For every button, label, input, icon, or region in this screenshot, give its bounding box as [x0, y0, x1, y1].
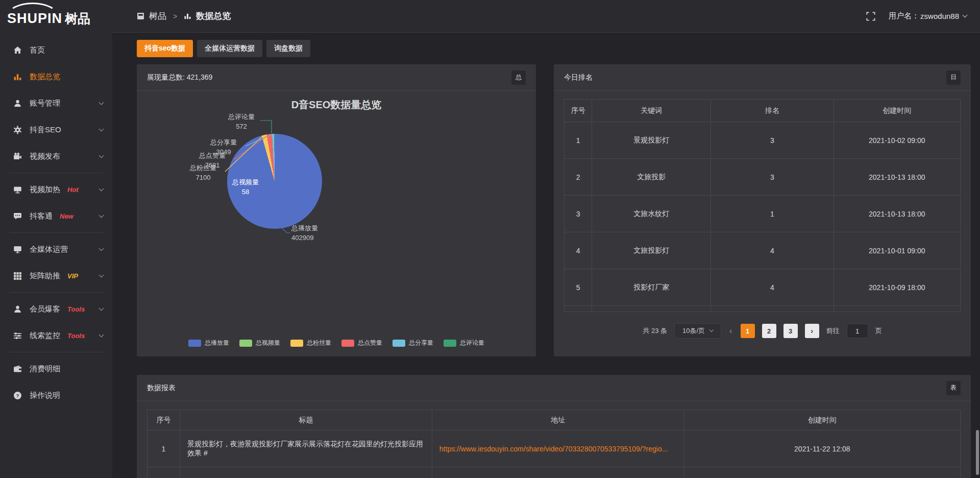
hot-badge: Hot [67, 186, 79, 194]
screen-icon [13, 245, 22, 254]
column-header: 创建时间 [834, 100, 960, 122]
breadcrumb-current[interactable]: 数据总览 [196, 10, 231, 22]
sidebar-item-member[interactable]: 会员爆客 Tools [0, 296, 112, 322]
impressions-label: 展现量总数: [147, 73, 185, 81]
tab-media-operation-data[interactable]: 全媒体运营数据 [197, 40, 262, 57]
cell-created: 2021-10-01 09:00 [834, 232, 960, 269]
table-row: 3 文旅水纹灯 1 2021-10-13 18:00 [565, 196, 961, 232]
legend-item-shares[interactable]: 总分享量 [393, 339, 433, 347]
pie-label-comments: 总评论量 572 [218, 112, 264, 132]
sidebar-item-media-operation[interactable]: 全媒体运营 [0, 236, 112, 262]
cell-keyword: 文旅水纹灯 [592, 196, 711, 232]
table-row-clipped [148, 467, 961, 478]
tab-inquiry-data[interactable]: 询盘数据 [266, 40, 310, 57]
pagination: 共 23 条 10条/页 ‹ 1 2 3 › 前往 [564, 323, 961, 339]
table-header-row: 序号 关键词 排名 创建时间 [565, 100, 961, 122]
sidebar-item-douyin-seo[interactable]: 抖音SEO [0, 116, 112, 143]
sidebar-item-consumption[interactable]: 消费明细 [0, 355, 112, 382]
sidebar-nav: 首页 数据总览 账号管理 抖音SEO 视频发布 [0, 33, 112, 409]
pie-label-fans: 总粉丝量 7100 [180, 163, 226, 183]
sidebar-item-instructions[interactable]: ? 操作说明 [0, 382, 112, 409]
legend-label: 总分享量 [409, 339, 433, 347]
pie-label-name: 总分享量 [201, 138, 247, 148]
table-view-button[interactable]: 表 [946, 381, 961, 395]
chevron-down-icon [963, 13, 968, 18]
cell-keyword: 文旅投影灯 [592, 232, 711, 269]
report-table: 序号 标题 地址 创建时间 1 景观投影灯，夜游景观投影灯厂家展示展示落花灯在花… [147, 410, 961, 478]
sidebar-item-home[interactable]: 首页 [0, 37, 112, 63]
page-button-1[interactable]: 1 [741, 324, 755, 338]
legend-item-videos[interactable]: 总视频量 [239, 339, 280, 347]
sidebar-item-label: 操作说明 [30, 391, 60, 400]
column-header: 序号 [565, 100, 592, 122]
goto-page-input[interactable] [847, 324, 868, 338]
sidebar-divider [9, 292, 103, 293]
tab-douyin-seo-data[interactable]: 抖音seo数据 [137, 40, 193, 57]
impressions-value: 421,369 [187, 73, 213, 81]
fullscreen-icon[interactable] [866, 12, 875, 21]
sidebar-item-label: 视频加热 [30, 185, 60, 195]
page-content: 抖音seo数据 全媒体运营数据 询盘数据 展现量总数: 421,369 总 D [112, 33, 980, 478]
legend-item-fans[interactable]: 总粉丝量 [290, 339, 331, 347]
cell-rank: 4 [711, 269, 834, 306]
topbar: 树品 > 数据总览 用户名：zswodun88 [112, 0, 980, 33]
wallet-icon [13, 365, 22, 373]
sidebar-item-video-heat[interactable]: 视频加热 Hot [0, 176, 112, 203]
chevron-down-icon [99, 153, 104, 158]
page-button-3[interactable]: 3 [783, 324, 798, 338]
table-row: 1 景观投影灯 3 2021-10-02 09:00 [565, 122, 961, 159]
sidebar-item-data-overview[interactable]: 数据总览 [0, 63, 112, 90]
topbar-right: 用户名：zswodun88 [866, 11, 967, 21]
legend-swatch [188, 340, 201, 347]
sidebar-item-label: 数据总览 [30, 72, 60, 82]
cell-index: 1 [148, 431, 180, 467]
sidebar-item-clue-monitor[interactable]: 线索监控 Tools [0, 322, 112, 349]
cell-index: 2 [565, 159, 592, 196]
legend-item-comments[interactable]: 总评论量 [444, 339, 484, 347]
ranking-table: 序号 关键词 排名 创建时间 1 景观投影灯 3 [564, 99, 961, 312]
breadcrumb: 树品 > 数据总览 [137, 10, 231, 22]
ranking-panel-header: 今日排名 日 [554, 64, 971, 91]
chevron-down-icon [99, 272, 104, 277]
chevron-down-icon [99, 212, 104, 218]
bar-chart-icon [184, 12, 191, 20]
sidebar-item-label: 抖音SEO [30, 125, 61, 135]
chevron-down-icon [99, 246, 104, 251]
logo-text-zh: 树品 [65, 10, 90, 27]
next-page-button[interactable]: › [805, 324, 819, 338]
cell-index: 1 [565, 122, 592, 159]
daily-view-button[interactable]: 日 [946, 70, 961, 85]
cell-rank: 3 [711, 159, 834, 196]
bar-chart-icon [13, 73, 22, 81]
cell-created: 2021-10-13 18:00 [834, 196, 960, 232]
legend-item-likes[interactable]: 总点赞量 [341, 339, 382, 347]
table-row: 2 文旅投影 3 2021-10-13 18:00 [565, 159, 961, 196]
gear-icon [13, 126, 22, 134]
cell-index: 5 [565, 269, 592, 306]
breadcrumb-root[interactable]: 树品 [149, 10, 166, 22]
legend-swatch [290, 340, 303, 347]
svg-text:?: ? [16, 392, 19, 398]
column-header: 标题 [180, 410, 432, 431]
sidebar-divider [9, 232, 103, 233]
prev-page-button[interactable]: ‹ [728, 326, 733, 336]
sidebar-item-video-publish[interactable]: 视频发布 [0, 143, 112, 170]
scrollbar[interactable] [976, 430, 979, 475]
legend-item-plays[interactable]: 总播放量 [188, 339, 229, 347]
legend-label: 总粉丝量 [307, 339, 331, 347]
user-menu[interactable]: 用户名：zswodun88 [889, 11, 967, 21]
sidebar-item-label: 首页 [30, 45, 45, 55]
sidebar-item-account[interactable]: 账号管理 [0, 90, 112, 116]
sidebar-item-doukertong[interactable]: 抖客通 New [0, 203, 112, 229]
report-panel: 数据报表 表 序号 标题 地址 创建时间 [137, 375, 971, 478]
table-row: 5 投影灯厂家 4 2021-10-09 18:00 [565, 269, 961, 306]
chat-icon [13, 212, 22, 221]
cell-url-link[interactable]: https://www.iesdouyin.com/share/video/70… [432, 431, 684, 467]
person-icon [13, 305, 22, 314]
sidebar-item-matrix-boost[interactable]: 矩阵助推 VIP [0, 262, 112, 289]
page-size-select[interactable]: 10条/页 [674, 323, 721, 339]
cell-created: 2021-10-09 18:00 [834, 269, 960, 306]
total-view-button[interactable]: 总 [511, 70, 526, 85]
page-button-2[interactable]: 2 [762, 324, 776, 338]
legend-label: 总播放量 [205, 339, 229, 347]
